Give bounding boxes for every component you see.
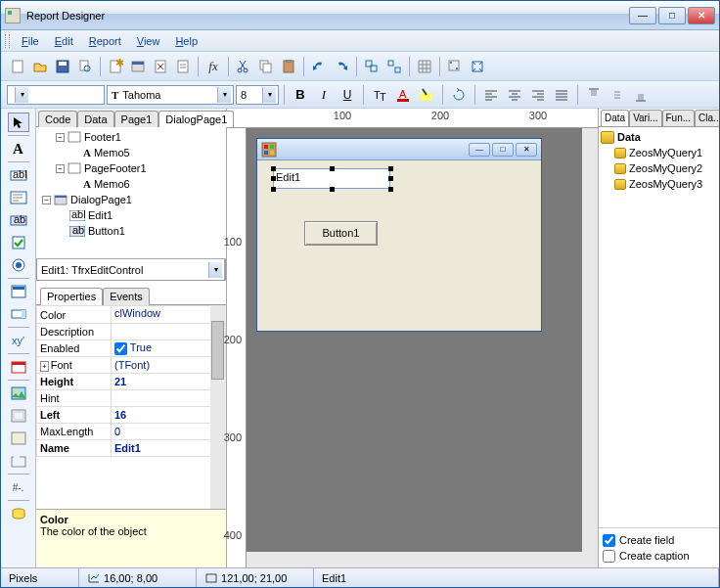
tab-page1[interactable]: Page1 xyxy=(114,111,159,127)
font-toolbar: ▾ TTahoma▾ 8▾ B I U TT A xyxy=(1,81,719,109)
menu-help[interactable]: Help xyxy=(167,33,205,49)
svg-rect-2 xyxy=(59,62,67,66)
highlight-icon[interactable] xyxy=(416,84,437,106)
report-tree[interactable]: −Footer1 AMemo5 −PageFooter1 AMemo6 −Dia… xyxy=(36,127,226,259)
app-icon xyxy=(5,8,21,23)
redo-icon[interactable] xyxy=(331,56,352,77)
italic-button[interactable]: I xyxy=(313,84,335,106)
groupbox-tool[interactable] xyxy=(8,451,29,471)
form-minimize[interactable]: — xyxy=(469,143,490,157)
font-settings-icon[interactable]: TT xyxy=(369,84,390,106)
button-tool[interactable]: ab xyxy=(8,210,29,230)
align-center-icon[interactable] xyxy=(504,84,525,106)
tab-events[interactable]: Events xyxy=(103,288,150,305)
status-size: 121,00; 21,00 xyxy=(197,568,314,587)
svg-rect-10 xyxy=(178,61,188,72)
rtab-data[interactable]: Data xyxy=(601,110,629,127)
panel-tool[interactable] xyxy=(8,429,29,448)
font-combo[interactable]: TTahoma▾ xyxy=(107,85,234,105)
tab-data[interactable]: Data xyxy=(77,111,113,127)
delete-page-icon[interactable] xyxy=(150,56,171,77)
cut-icon[interactable] xyxy=(233,56,254,77)
tool-palette: A abl ab xy' #-. xyxy=(1,109,36,567)
canvas-hscroll[interactable] xyxy=(247,552,598,567)
tab-code[interactable]: Code xyxy=(38,111,77,127)
image-tool[interactable] xyxy=(8,384,29,403)
form-close[interactable]: ✕ xyxy=(516,143,537,157)
rtab-classes[interactable]: Cla... xyxy=(695,110,719,127)
edit-control[interactable]: Edit1 xyxy=(273,168,390,189)
align-middle-icon[interactable] xyxy=(607,84,628,106)
font-size-combo[interactable]: 8▾ xyxy=(236,85,279,105)
property-grid[interactable]: ColorclWindow▾ Description Enabled True … xyxy=(36,305,226,509)
button-control[interactable]: Button1 xyxy=(304,221,378,246)
bold-button[interactable]: B xyxy=(290,84,311,106)
edit-tool[interactable]: abl xyxy=(8,165,29,185)
checkbox-tool[interactable] xyxy=(8,233,29,252)
menu-edit[interactable]: Edit xyxy=(47,33,81,49)
prop-scrollbar[interactable] xyxy=(211,321,224,380)
create-caption-checkbox[interactable]: Create caption xyxy=(603,548,715,564)
dialog-form[interactable]: — □ ✕ Edit1 Button1 xyxy=(256,138,542,332)
font-color-icon[interactable]: A xyxy=(392,84,414,106)
listbox-tool[interactable] xyxy=(8,282,29,301)
align-left-icon[interactable] xyxy=(480,84,502,106)
group-icon[interactable] xyxy=(361,56,382,77)
label-tool[interactable]: xy' xyxy=(8,331,29,350)
new-dialog-icon[interactable] xyxy=(127,56,149,77)
align-grid-icon[interactable] xyxy=(444,56,466,77)
tab-dialogpage[interactable]: DialogPage1 xyxy=(158,111,234,127)
new-page-icon[interactable]: ✱ xyxy=(105,56,126,77)
pagecontrol-tool[interactable]: #-. xyxy=(8,477,29,497)
canvas-vscroll[interactable] xyxy=(582,128,598,567)
close-button[interactable]: ✕ xyxy=(688,7,715,24)
fit-grid-icon[interactable] xyxy=(467,56,488,77)
canvas-scroll[interactable]: — □ ✕ Edit1 Button1 xyxy=(247,128,598,567)
underline-button[interactable]: U xyxy=(337,84,358,106)
data-tree[interactable]: Data ZeosMyQuery1 ZeosMyQuery2 ZeosMyQue… xyxy=(599,127,719,527)
svg-rect-63 xyxy=(270,145,274,149)
select-tool[interactable] xyxy=(8,113,29,132)
dblookup-tool[interactable] xyxy=(8,504,29,523)
menu-report[interactable]: Report xyxy=(81,33,129,49)
ungroup-icon[interactable] xyxy=(383,56,405,77)
align-top-icon[interactable] xyxy=(583,84,605,106)
menu-file[interactable]: File xyxy=(14,33,47,49)
bevel-tool[interactable] xyxy=(8,406,29,426)
rtab-variables[interactable]: Vari... xyxy=(629,110,661,127)
radiobutton-tool[interactable] xyxy=(8,255,29,275)
form-maximize[interactable]: □ xyxy=(492,143,514,157)
paste-icon[interactable] xyxy=(278,56,299,77)
rotate-icon[interactable] xyxy=(448,84,470,106)
rtab-functions[interactable]: Fun... xyxy=(662,110,696,127)
svg-rect-8 xyxy=(132,62,144,65)
minimize-button[interactable]: — xyxy=(629,7,656,24)
copy-icon[interactable] xyxy=(255,56,277,77)
svg-text:abl: abl xyxy=(71,210,85,220)
tab-properties[interactable]: Properties xyxy=(40,288,103,305)
maximize-button[interactable]: □ xyxy=(658,7,686,24)
open-icon[interactable] xyxy=(29,56,51,77)
svg-rect-0 xyxy=(13,61,22,72)
align-bottom-icon[interactable] xyxy=(630,84,652,106)
svg-text:T: T xyxy=(380,91,386,103)
save-icon[interactable] xyxy=(52,56,73,77)
create-field-checkbox[interactable]: Create field xyxy=(603,532,715,548)
style-combo[interactable]: ▾ xyxy=(7,85,105,105)
undo-icon[interactable] xyxy=(308,56,330,77)
preview-icon[interactable] xyxy=(74,56,96,77)
memo-tool[interactable] xyxy=(8,188,29,207)
page-settings-icon[interactable] xyxy=(172,56,194,77)
date-tool[interactable] xyxy=(8,357,29,377)
grid-icon[interactable] xyxy=(414,56,435,77)
combobox-tool[interactable] xyxy=(8,304,29,324)
object-selector[interactable]: Edit1: TfrxEditControl▾ xyxy=(36,259,226,281)
menu-view[interactable]: View xyxy=(129,33,168,49)
text-tool[interactable]: A xyxy=(8,139,29,158)
align-justify-icon[interactable] xyxy=(551,84,572,106)
align-right-icon[interactable] xyxy=(527,84,549,106)
enabled-checkbox[interactable] xyxy=(114,342,127,355)
window-title: Report Designer xyxy=(26,10,629,22)
variables-icon[interactable]: fx xyxy=(202,56,224,77)
new-icon[interactable] xyxy=(7,56,28,77)
